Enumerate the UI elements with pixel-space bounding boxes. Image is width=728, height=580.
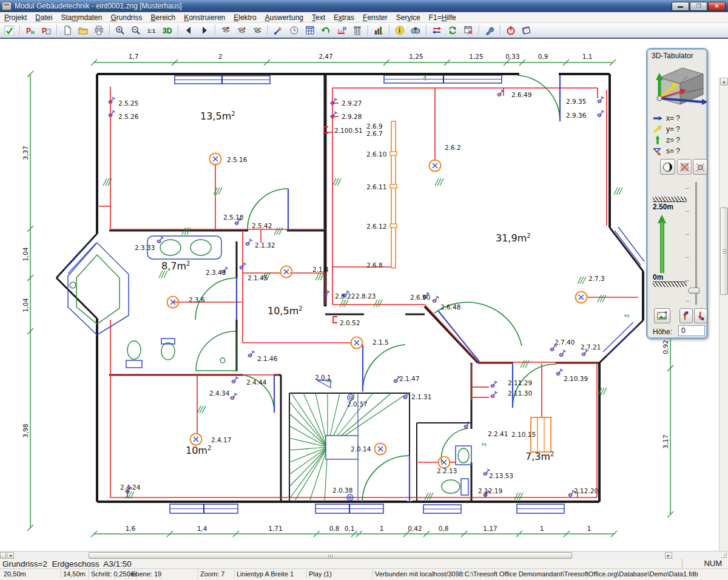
vertical-scrollbar[interactable]: ▲ ▼ (719, 78, 728, 580)
menu-item-extras[interactable]: Extras (329, 13, 359, 22)
page-icon (62, 25, 72, 35)
undo-rotate-button[interactable] (318, 24, 333, 37)
dim-label: 0,8 (439, 525, 449, 532)
statusbar-separator (198, 570, 198, 579)
scroll-up-button[interactable]: ▲ (720, 78, 728, 86)
delete-button[interactable] (350, 24, 365, 37)
resize-grip[interactable] (721, 553, 727, 559)
slider-thumb[interactable] (688, 288, 699, 294)
sphere-disabled-button[interactable] (677, 159, 692, 175)
zoom-out-button[interactable] (129, 24, 143, 37)
axis-s-icon (653, 146, 662, 156)
close-button[interactable]: ✕ (708, 2, 726, 11)
menu-item-elektro[interactable]: Elektro (229, 13, 260, 22)
settings-button[interactable] (482, 24, 497, 37)
statusbar-separator (306, 570, 307, 579)
toolbar-separator (109, 25, 110, 36)
height-input[interactable] (678, 325, 705, 336)
exit-button[interactable] (504, 24, 518, 37)
help-button[interactable]: ? (519, 24, 534, 37)
num-lock-indicator: NUM (682, 559, 726, 568)
sphere-view-button[interactable] (660, 159, 675, 175)
strip-tap (390, 184, 397, 188)
refresh-button[interactable] (445, 24, 460, 37)
calc-table-button[interactable] (303, 24, 317, 37)
menu-item-text[interactable]: Text (308, 13, 329, 22)
measure-icon (337, 25, 346, 35)
transfer-button[interactable] (430, 24, 444, 37)
minimize-button[interactable]: ▬ (672, 2, 689, 11)
menu-item-auswertung[interactable]: Auswertung (261, 13, 308, 22)
drawing-canvas[interactable]: 2.5.252.5.262.5.162.5.182.5.422.1.322.3.… (0, 39, 728, 551)
component-label: 2.6.8 (366, 261, 383, 269)
menu-item-bereich[interactable]: Bereich (146, 13, 180, 22)
project-pb-button[interactable]: P (39, 24, 53, 37)
toolbar-separator (368, 25, 368, 36)
menu-item-datei[interactable]: Datei (31, 13, 56, 22)
draw-pen-button[interactable] (271, 24, 286, 37)
layer-up-button[interactable] (234, 24, 249, 37)
dim-label: 0,33 (505, 53, 519, 60)
search-button[interactable] (408, 24, 423, 37)
scroll-right-button[interactable]: ► (665, 552, 672, 559)
zoom-in-button[interactable] (113, 24, 127, 37)
svg-text:3D: 3D (163, 27, 172, 35)
component-label: 2.5.26 (118, 113, 139, 120)
statusbar-cell: Verbunden mit localhost/3098:C:\Treesoft… (375, 570, 698, 578)
apply-button[interactable] (2, 24, 16, 37)
project-pn-button[interactable]: PN (23, 24, 38, 37)
point-up-button[interactable] (679, 308, 693, 323)
threed-icon: 3D (163, 25, 172, 35)
component-label: 2.4.44 (246, 379, 267, 386)
snapshot-button[interactable] (654, 308, 670, 323)
close-window-button[interactable] (461, 24, 476, 37)
horizontal-scrollbar[interactable]: ◄ ► (0, 551, 728, 559)
forward-button[interactable] (197, 24, 212, 37)
strip-tap (390, 224, 397, 228)
component-label: 2.0.37 (347, 400, 367, 408)
point-down-button[interactable] (694, 308, 707, 323)
sphere-rotate-button[interactable] (693, 159, 707, 175)
info-button[interactable]: i (393, 24, 407, 37)
measure-button[interactable] (334, 24, 349, 37)
height-slider[interactable] (693, 182, 698, 305)
history-button[interactable] (287, 24, 302, 37)
left-icon (184, 25, 194, 35)
toolbar-separator (479, 25, 479, 36)
component-label: 2.6.2 (445, 144, 461, 151)
refresh-icon (448, 25, 457, 35)
new-file-button[interactable] (60, 24, 75, 37)
restore-button[interactable]: ❐ (690, 2, 707, 11)
menu-item-f1-hilfe[interactable]: F1=Hilfe (425, 13, 460, 22)
view-3d-button[interactable]: 3D (160, 24, 175, 37)
layer-down-button[interactable] (250, 24, 265, 37)
dim-label: 1,25 (409, 53, 423, 60)
menu-item-grundriss[interactable]: Grundriss (106, 13, 146, 22)
open-file-button[interactable] (76, 24, 90, 37)
statusbar-cell: 14,50m (63, 570, 86, 578)
menu-item-fenster[interactable]: Fenster (359, 13, 392, 22)
floor-plan[interactable]: 2.5.252.5.262.5.162.5.182.5.422.1.322.3.… (0, 39, 719, 551)
component-label: 2.2.41 (488, 430, 508, 437)
axis-value-label: y= ? (666, 125, 680, 133)
scroll-left-button[interactable]: ◄ (7, 552, 14, 559)
menu-item-konstruieren[interactable]: Konstruieren (180, 13, 229, 22)
dim-label: 3,37 (22, 146, 29, 160)
menu-item-projekt[interactable]: Projekt (0, 13, 31, 22)
menu-item-stammdaten[interactable]: Stammdaten (56, 13, 106, 22)
print-button[interactable] (92, 24, 106, 37)
layer-copy-button[interactable] (218, 24, 233, 37)
zoom-1-1-button[interactable]: 1:1 (144, 24, 159, 37)
title-bar[interactable]: Modul Gebäudetechnik - eint0001.zng [Mus… (0, 0, 728, 12)
menu-item-service[interactable]: Service (392, 13, 425, 22)
back-button[interactable] (181, 24, 196, 37)
chart-edit-button[interactable] (371, 24, 386, 37)
vertical-scroll-thumb[interactable] (720, 207, 728, 295)
horizontal-scroll-thumb[interactable] (89, 552, 572, 559)
upper-level-hatch (653, 197, 687, 202)
area-label: 10,5m2 (268, 305, 303, 317)
split-box[interactable] (0, 552, 6, 559)
3d-tabulator-panel[interactable]: 3D-Tabulator x= ?y= ?z= ?s= ? (647, 49, 707, 339)
statusbar-cell: Schritt: 0,250m (91, 570, 136, 578)
component-label: 2.4.34 (209, 389, 230, 397)
